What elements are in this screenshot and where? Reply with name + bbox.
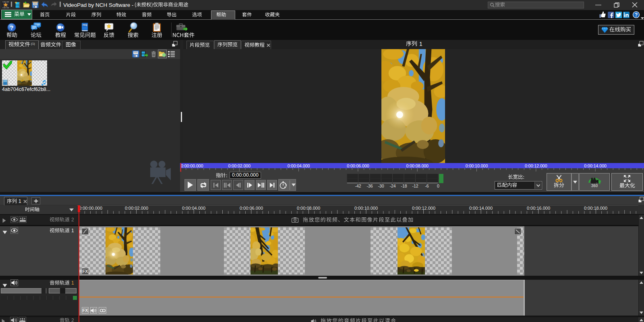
svg-text:?: ? — [10, 24, 13, 31]
svg-text:360: 360 — [591, 184, 598, 188]
svg-text:FAQ: FAQ — [83, 24, 87, 26]
svg-text:?: ? — [635, 12, 638, 18]
